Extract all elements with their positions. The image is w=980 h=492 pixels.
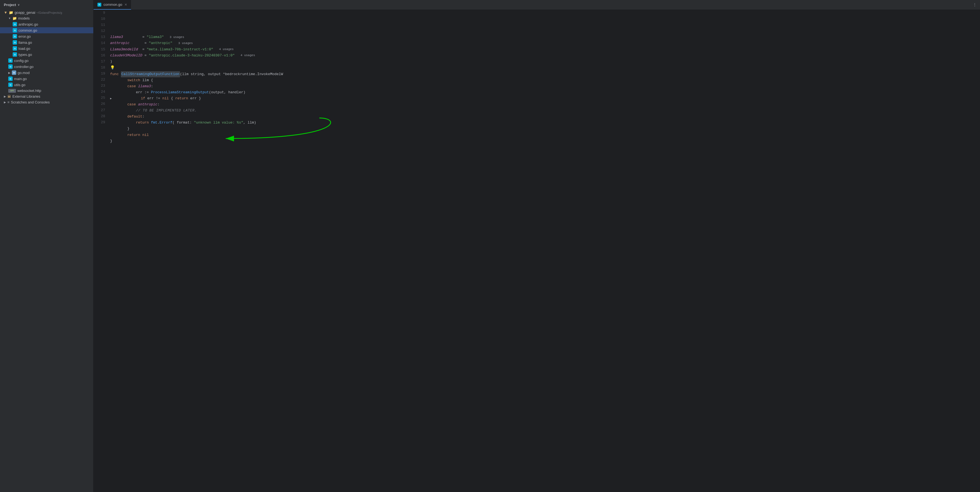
code-line-9: llama3 = "llama3" 3 usages: [110, 34, 980, 40]
code-editor[interactable]: 9101112131415161718192223242526272829 ll…: [94, 10, 980, 492]
line-num-24: 24: [96, 89, 105, 95]
scratches-icon: ≡: [8, 100, 10, 104]
ext-lib-icon: 🏛: [8, 94, 11, 98]
token-op: :: [158, 102, 160, 108]
token-kw: nil: [162, 95, 169, 102]
tree-item-content: G load.go: [4, 46, 30, 51]
token-const-name: Llama3modelId: [110, 46, 138, 52]
token-pkg: bedrockruntime: [225, 71, 255, 77]
tree-item-content: ▶ M go.mod: [4, 70, 29, 75]
code-line-26: }: [110, 126, 980, 132]
sidebar-item-anthropic.go[interactable]: G anthropic.go: [0, 21, 93, 27]
tab-go-icon: G: [97, 3, 101, 6]
token-op: ,: [224, 89, 229, 95]
token-str: "llama3": [147, 34, 164, 40]
token-str: "unknown llm value: %s": [194, 120, 243, 126]
sidebar-item-scratches[interactable]: ▶ ≡ Scratches and Consoles: [0, 99, 93, 105]
token-op: .: [158, 120, 160, 126]
sidebar-chevron-icon: ∨: [18, 3, 19, 6]
sidebar-item-types.go[interactable]: G types.go: [0, 51, 93, 57]
token-type: InvokeModelW: [258, 71, 283, 77]
api-file-icon: API: [8, 89, 16, 93]
sidebar-item-utils.go[interactable]: G utils.go: [0, 82, 93, 88]
tab-close-button[interactable]: ✕: [124, 3, 127, 6]
tab-common-go[interactable]: G common.go ✕: [94, 0, 131, 10]
sidebar-item-go.mod[interactable]: ▶ M go.mod: [0, 70, 93, 76]
tree-item-content: ▼ 📁 goapp_genai ~/GolandProjects/g: [4, 11, 62, 14]
fold-arrow-19[interactable]: ▶: [110, 96, 114, 101]
tab-bar-menu-button[interactable]: ⋮: [970, 0, 980, 10]
sidebar-item-config.go[interactable]: G config.go: [0, 57, 93, 63]
sidebar-item-external-libraries[interactable]: ▶ 🏛 External Libraries: [0, 94, 93, 99]
go-file-icon: G: [8, 58, 13, 63]
line-num-9: 9: [96, 10, 105, 16]
code-line-12: claudeV3ModelID = "anthropic.claude-3-ha…: [110, 52, 980, 59]
sidebar-item-llama.go[interactable]: G llama.go: [0, 39, 93, 45]
code-line-23: // TO BE IMPLEMENTED LATER.: [110, 108, 980, 114]
token-var: llm: [142, 77, 149, 83]
token-var: handler: [228, 89, 243, 95]
sidebar-item-goapp_genai[interactable]: ▼ 📁 goapp_genai ~/GolandProjects/g: [0, 10, 93, 16]
line-num-23: 23: [96, 83, 105, 89]
token-op: :: [151, 83, 153, 89]
mod-file-icon: M: [12, 70, 16, 75]
tree-item-content: G anthropic.go: [4, 22, 38, 26]
token-op: ): [110, 59, 112, 65]
sidebar-item-websocket.http[interactable]: API websocket.http: [0, 88, 93, 94]
line-num-25: 25: [96, 95, 105, 101]
go-file-icon: G: [13, 28, 17, 32]
tree-item-label: error.go: [18, 34, 31, 38]
token-op: :: [190, 120, 194, 126]
sidebar-item-error.go[interactable]: G error.go: [0, 33, 93, 39]
line-num-26: 26: [96, 101, 105, 107]
line-num-10: 10: [96, 16, 105, 22]
code-line-29: [110, 144, 980, 150]
token-var: err: [147, 95, 154, 102]
token-kw: func: [110, 71, 119, 77]
code-content: llama3 = "llama3" 3 usagesanthropic = "a…: [108, 10, 980, 492]
token-op: =: [138, 46, 146, 52]
code-line-17: case llama3:: [110, 83, 980, 89]
token-const-name: llama3: [110, 34, 123, 40]
ext-arrow-icon: ▶: [4, 95, 6, 98]
code-line-28: }: [110, 138, 980, 144]
token-op: [140, 77, 142, 83]
code-line-14: 💡: [110, 65, 980, 71]
tree-item-label: websocket.http: [18, 89, 41, 93]
token-op: [119, 71, 121, 77]
line-numbers: 9101112131415161718192223242526272829: [94, 10, 108, 492]
sidebar-header[interactable]: Project ∨: [0, 0, 93, 10]
line-num-16: 16: [96, 52, 105, 59]
sidebar-item-load.go[interactable]: G load.go: [0, 45, 93, 51]
token-kw: case: [127, 102, 136, 108]
token-op: [136, 102, 138, 108]
token-op: ,: [204, 71, 208, 77]
sidebar-item-main.go[interactable]: G main.go: [0, 76, 93, 82]
scratches-arrow-icon: ▶: [4, 101, 6, 104]
line-num-28: 28: [96, 113, 105, 119]
token-op: (: [180, 71, 182, 77]
folder-glyph: 📁: [13, 16, 17, 21]
token-op: [189, 71, 191, 77]
sidebar-item-models[interactable]: ▼ 📁 models: [0, 16, 93, 21]
sidebar-item-controller.go[interactable]: G controller.go: [0, 63, 93, 70]
tree-item-content: ▶ ≡ Scratches and Consoles: [4, 100, 50, 104]
token-kw: default: [127, 114, 142, 120]
token-var: output: [208, 71, 221, 77]
tree-item-label: llama.go: [18, 40, 32, 44]
token-fn: Errorf: [159, 120, 172, 126]
line-num-18: 18: [96, 65, 105, 71]
go-file-icon: G: [8, 76, 13, 81]
sidebar-item-common.go[interactable]: G common.go: [0, 27, 93, 33]
token-op: =: [142, 52, 149, 59]
tree-item-label: types.go: [18, 52, 32, 57]
token-var: llm: [182, 71, 188, 77]
token-op: [145, 95, 147, 102]
line-num-11: 11: [96, 22, 105, 28]
go-file-icon: G: [13, 40, 17, 44]
tree-item-label: config.go: [14, 59, 29, 63]
token-op: [140, 132, 142, 138]
code-line-16: switch llm {: [110, 77, 980, 83]
arrow-icon: ▶: [8, 71, 10, 74]
line-num-14: 14: [96, 40, 105, 46]
